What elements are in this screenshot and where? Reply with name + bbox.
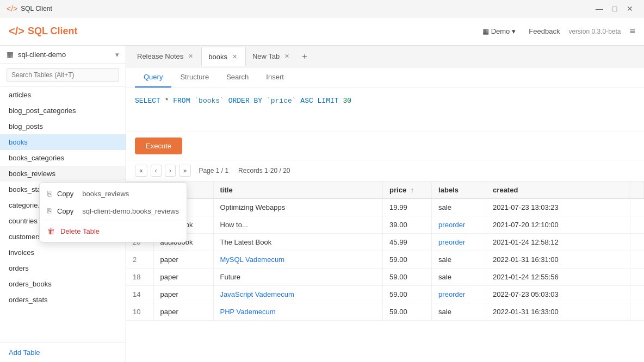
cell-type: paper (153, 303, 213, 321)
cell-price: 39.00 (383, 216, 432, 234)
results-area: « ‹ › » Page 1 / 1 Records 1-20 / 20 tit… (126, 160, 644, 362)
sidebar-item-blog-posts[interactable]: blog_posts (0, 118, 126, 134)
demo-selector[interactable]: ▦ Demo ▾ (482, 27, 516, 35)
delete-icon: 🗑 (47, 227, 55, 235)
execute-bar: Execute (126, 132, 644, 160)
cell-labels: sale (432, 303, 486, 321)
last-page-button[interactable]: » (179, 165, 191, 177)
context-copy-name-value: books_reviews (82, 190, 129, 198)
tab-new-tab-close[interactable]: ✕ (283, 52, 291, 60)
cell-price: 59.00 (383, 303, 432, 321)
cell-title[interactable]: PHP Vademecum (213, 303, 383, 321)
sidebar-item-books[interactable]: books (0, 134, 126, 150)
col-header-title[interactable]: title (213, 182, 383, 199)
tab-books-label: books (208, 53, 227, 61)
context-menu-divider (40, 221, 187, 221)
cell-labels[interactable]: preorder (432, 234, 486, 251)
feedback-link[interactable]: Feedback (529, 27, 560, 35)
context-menu: ⎘ Copy books_reviews ⎘ Copy sql-client-d… (39, 182, 187, 242)
cell-title[interactable]: MySQL Vademecum (213, 251, 383, 269)
col-header-labels[interactable]: labels (432, 182, 486, 199)
tab-add-button[interactable]: + (298, 49, 311, 64)
main-layout: ▦ sql-client-demo ▾ articles blog_post_c… (0, 46, 644, 362)
context-delete-table[interactable]: 🗑 Delete Table (40, 222, 187, 240)
add-table-button[interactable]: Add Table (9, 348, 40, 357)
sidebar-item-blog-post-categories[interactable]: blog_post_categories (0, 103, 126, 118)
search-input[interactable] (7, 68, 119, 82)
tab-books[interactable]: books ✕ (201, 47, 246, 66)
context-copy-full-value: sql-client-demo.books_reviews (82, 207, 179, 215)
sidebar-item-books-categories[interactable]: books_categories (0, 150, 126, 166)
sidebar-item-orders-stats[interactable]: orders_stats (0, 292, 126, 308)
menu-icon[interactable]: ≡ (629, 26, 635, 37)
maximize-button[interactable]: □ (607, 1, 622, 16)
records-info: Records 1-20 / 20 (238, 167, 290, 174)
sidebar-item-invoices[interactable]: invoices (0, 245, 126, 260)
app-logo: </> SQL Client (9, 25, 78, 38)
cell-created: 2022-07-23 05:03:03 (486, 286, 630, 303)
cell-labels[interactable]: preorder (432, 216, 486, 234)
query-tab-search[interactable]: Search (218, 67, 257, 88)
minimize-button[interactable]: — (592, 1, 607, 16)
sidebar-item-books-reviews[interactable]: books_reviews (0, 166, 126, 182)
sidebar-item-articles[interactable]: articles (0, 87, 126, 103)
logo-icon: </> (9, 25, 24, 38)
context-copy-name-label: Copy (57, 190, 73, 198)
cell-price: 19.99 (383, 199, 432, 216)
table-row: 14 paper JavaScript Vademecum 59.00 preo… (126, 286, 644, 303)
table-row: 18 paper Future 59.00 sale 2021-01-24 12… (126, 269, 644, 286)
version-badge: version 0.3.0-beta (568, 28, 621, 35)
query-tab-query[interactable]: Query (135, 67, 171, 88)
tab-release-notes[interactable]: Release Notes ✕ (131, 47, 201, 66)
cell-title[interactable]: JavaScript Vademecum (213, 286, 383, 303)
query-editor[interactable]: SELECT * FROM `books` ORDER BY `price` A… (126, 88, 644, 132)
cell-labels: sale (432, 269, 486, 286)
sidebar-item-orders[interactable]: orders (0, 260, 126, 276)
close-button[interactable]: ✕ (622, 1, 637, 16)
sidebar-item-orders-books[interactable]: orders_books (0, 276, 126, 292)
cell-created: 2021-01-24 12:55:56 (486, 269, 630, 286)
cell-type: paper (153, 269, 213, 286)
tab-new-tab[interactable]: New Tab ✕ (246, 47, 298, 66)
tab-books-close[interactable]: ✕ (231, 53, 239, 61)
prev-page-button[interactable]: ‹ (151, 165, 162, 177)
logo-text: SQL Client (28, 26, 78, 37)
context-copy-name[interactable]: ⎘ Copy books_reviews (40, 185, 187, 202)
db-name: sql-client-demo (18, 51, 111, 59)
dropdown-icon[interactable]: ▾ (115, 51, 119, 59)
execute-button[interactable]: Execute (135, 138, 182, 154)
content-area: Release Notes ✕ books ✕ New Tab ✕ + Quer… (126, 46, 644, 362)
tab-release-notes-close[interactable]: ✕ (187, 52, 195, 60)
cell-title: The Latest Book (213, 234, 383, 251)
cell-created: 2021-01-24 12:58:12 (486, 234, 630, 251)
cell-created: 2021-07-23 13:03:23 (486, 199, 630, 216)
cell-title: How to... (213, 216, 383, 234)
cell-type: paper (153, 286, 213, 303)
cell-id: 2 (126, 251, 153, 269)
tab-new-tab-label: New Tab (252, 52, 280, 60)
context-copy-full[interactable]: ⎘ Copy sql-client-demo.books_reviews (40, 202, 187, 220)
titlebar: </> SQL Client — □ ✕ (0, 0, 644, 17)
tab-release-notes-label: Release Notes (137, 52, 183, 60)
app-icon: </> (7, 4, 17, 13)
cell-title: Future (213, 269, 383, 286)
col-header-price[interactable]: price ↑ (383, 182, 432, 199)
first-page-button[interactable]: « (135, 165, 147, 177)
next-page-button[interactable]: › (165, 165, 176, 177)
table-row: 2 paper MySQL Vademecum 59.00 sale 2022-… (126, 251, 644, 269)
cell-created: 2022-01-31 16:33:00 (486, 303, 630, 321)
header: </> SQL Client ▦ Demo ▾ Feedback version… (0, 17, 644, 46)
query-tab-structure[interactable]: Structure (171, 67, 218, 88)
context-copy-full-label: Copy (57, 207, 73, 215)
cell-price: 59.00 (383, 286, 432, 303)
col-header-created[interactable]: created (486, 182, 630, 199)
cell-labels[interactable]: preorder (432, 286, 486, 303)
cell-id: 14 (126, 286, 153, 303)
page-info: Page 1 / 1 (199, 167, 228, 174)
cell-price: 59.00 (383, 269, 432, 286)
cell-price: 45.99 (383, 234, 432, 251)
cell-type: paper (153, 251, 213, 269)
query-tab-insert[interactable]: Insert (257, 67, 293, 88)
db-icon: ▦ (482, 27, 489, 35)
db-icon: ▦ (7, 50, 14, 59)
